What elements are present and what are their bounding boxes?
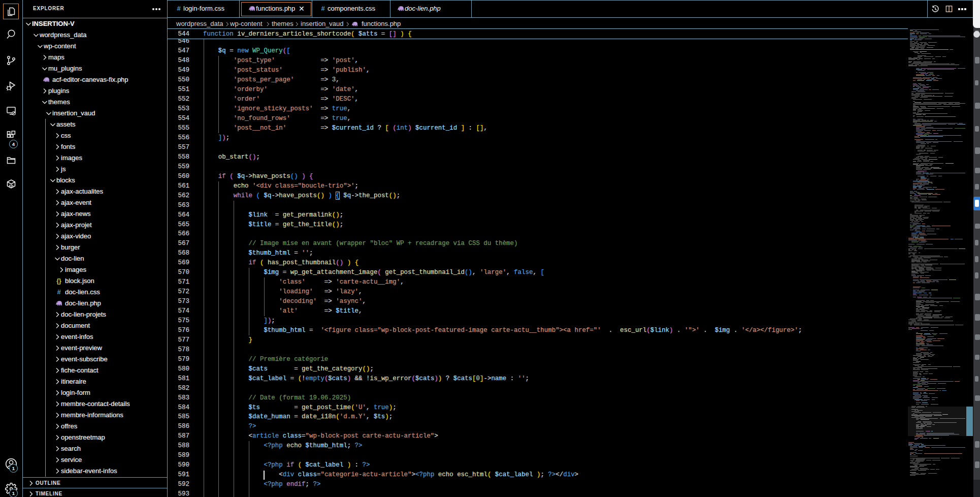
svg-text:#: # bbox=[177, 5, 181, 12]
svg-text:{}: {} bbox=[56, 277, 61, 285]
svg-text:#: # bbox=[321, 5, 325, 12]
svg-text:#: # bbox=[57, 288, 61, 296]
